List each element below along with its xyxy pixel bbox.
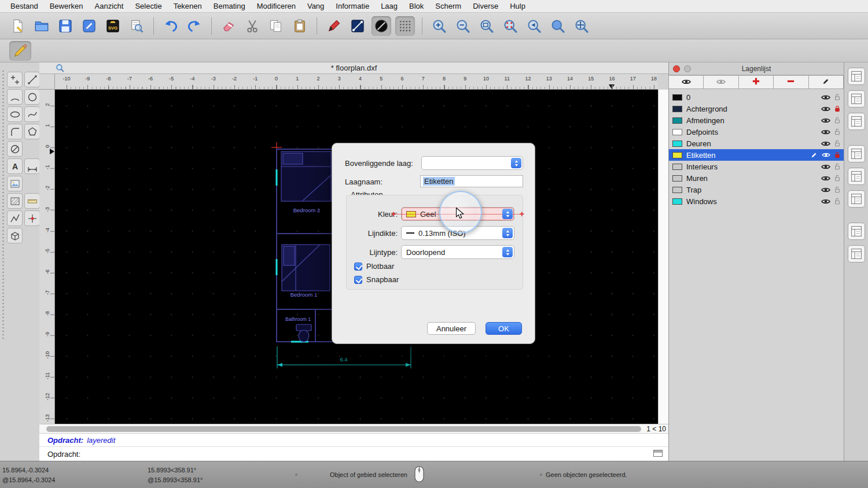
layer-lock-icon[interactable] [834,128,840,136]
text-tool-button[interactable]: A [7,158,23,174]
side-panel-1-button[interactable] [848,68,865,85]
dimension-tool-button[interactable] [24,158,40,174]
layer-row-windows[interactable]: Windows [669,195,844,207]
parent-layer-select[interactable] [421,156,523,170]
layer-name-input[interactable]: Etiketten [420,175,523,187]
layer-lock-icon[interactable] [834,117,840,124]
layer-lock-icon[interactable] [834,198,840,205]
layer-lock-icon[interactable] [834,163,840,171]
undo-button[interactable] [161,16,181,36]
image-tool-button[interactable] [7,176,23,191]
panel-close-button[interactable] [673,65,680,72]
ellipse-tool-button[interactable] [7,106,23,122]
layer-lock-icon[interactable] [834,151,840,159]
side-panel-6-button[interactable] [848,190,865,208]
line-tool-button[interactable] [24,72,40,87]
pen-color-button[interactable] [324,16,344,36]
polyline-tool-button[interactable] [7,210,23,226]
menu-vang[interactable]: Vang [301,2,330,10]
zoom-window-button[interactable] [548,16,568,36]
show-all-layers-button[interactable] [668,75,704,89]
cut-button[interactable] [242,16,262,36]
pan-button[interactable] [572,16,591,36]
paste-button[interactable] [290,16,310,36]
save-file-button[interactable] [56,16,75,36]
point-tool-button[interactable] [7,72,23,87]
menu-bewerken[interactable]: Bewerken [44,2,89,10]
grid-toggle-button[interactable] [395,16,415,36]
remove-layer-button[interactable] [773,75,808,89]
menu-scherm[interactable]: Scherm [429,2,467,10]
side-panel-7-button[interactable] [848,223,865,240]
document-titlebar[interactable]: * floorplan.dxf [39,62,668,74]
hide-all-layers-button[interactable] [703,75,738,89]
menu-tekenen[interactable]: Tekenen [168,2,208,10]
layer-row-muren[interactable]: Muren [669,172,844,184]
side-panel-2-button[interactable] [848,90,865,108]
layer-visibility-eye-icon[interactable] [821,198,830,205]
pencil-tool-button[interactable] [9,41,31,61]
layer-lock-icon[interactable] [834,94,840,101]
layer-row-etiketten[interactable]: Etiketten [669,149,844,161]
construction-tool-button[interactable] [7,141,23,157]
side-panel-5-button[interactable] [848,168,865,185]
zoom-selection-button[interactable] [501,16,520,36]
open-file-button[interactable] [32,16,52,36]
circle-tool-button[interactable] [24,89,40,105]
no-color-button[interactable] [372,16,391,36]
snap-tool-button[interactable] [24,210,40,226]
layer-lock-icon[interactable] [834,175,840,182]
new-file-button[interactable] [8,16,28,36]
zoom-out-button[interactable] [453,16,473,36]
zoom-in-button[interactable] [429,16,449,36]
measure-tool-button[interactable] [24,193,40,209]
menu-selectie[interactable]: Selectie [129,2,167,10]
layer-visibility-eye-icon[interactable] [821,106,830,112]
panel-float-button[interactable] [684,65,691,72]
side-panel-4-button[interactable] [848,145,865,162]
selection-box-button[interactable] [348,16,367,36]
side-panel-8-button[interactable] [848,245,865,263]
cancel-button[interactable]: Annuleer [427,322,476,335]
layer-visibility-eye-icon[interactable] [822,152,830,158]
delete-button[interactable] [219,16,238,36]
menu-bemating[interactable]: Bemating [208,2,251,10]
layer-visibility-eye-icon[interactable] [821,129,830,135]
solid-tool-button[interactable] [7,228,23,243]
layer-row-interieurs[interactable]: Interieurs [669,161,844,172]
horizontal-scrollbar[interactable]: 1 < 10 [39,424,668,433]
add-layer-button[interactable] [738,75,774,89]
print-preview-button[interactable] [127,16,146,36]
edit-preferences-button[interactable] [79,16,99,36]
snappable-checkbox[interactable]: Snapbaar [354,275,399,284]
layer-visibility-eye-icon[interactable] [821,94,830,101]
menu-informatie[interactable]: Informatie [330,2,375,10]
redo-button[interactable] [185,16,204,36]
previous-view-button[interactable] [524,16,544,36]
menu-modificeren[interactable]: Modificeren [251,2,301,10]
layer-row-achtergrond[interactable]: Achtergrond [669,103,844,114]
spline-tool-button[interactable] [24,106,40,122]
vertical-scrollbar[interactable] [658,90,668,424]
layer-visibility-eye-icon[interactable] [821,141,830,147]
scrollbar-thumb[interactable] [46,426,641,432]
arc-tool-button[interactable] [7,89,23,105]
plottable-checkbox[interactable]: Plotbaar [354,262,394,271]
layer-visibility-eye-icon[interactable] [821,175,830,182]
menu-blok[interactable]: Blok [403,2,429,10]
auto-zoom-button[interactable] [477,16,496,36]
palette-drag-handle[interactable] [2,69,5,339]
menu-hulp[interactable]: Hulp [504,2,531,10]
layer-lock-icon[interactable] [834,140,840,147]
layer-lock-icon[interactable] [834,186,840,194]
layer-row-afmetingen[interactable]: Afmetingen [669,114,844,126]
layer-visibility-eye-icon[interactable] [821,117,830,124]
menu-diverse[interactable]: Diverse [467,2,504,10]
layer-visibility-eye-icon[interactable] [821,187,830,193]
svg-export-button[interactable]: SVG [103,16,123,36]
layer-row-defpoints[interactable]: Defpoints [669,126,844,138]
layer-lock-icon[interactable] [834,105,840,113]
layer-row-0[interactable]: 0 [669,91,844,103]
layer-edit-pencil-icon[interactable] [811,151,818,158]
hatch-tool-button[interactable] [7,193,23,209]
